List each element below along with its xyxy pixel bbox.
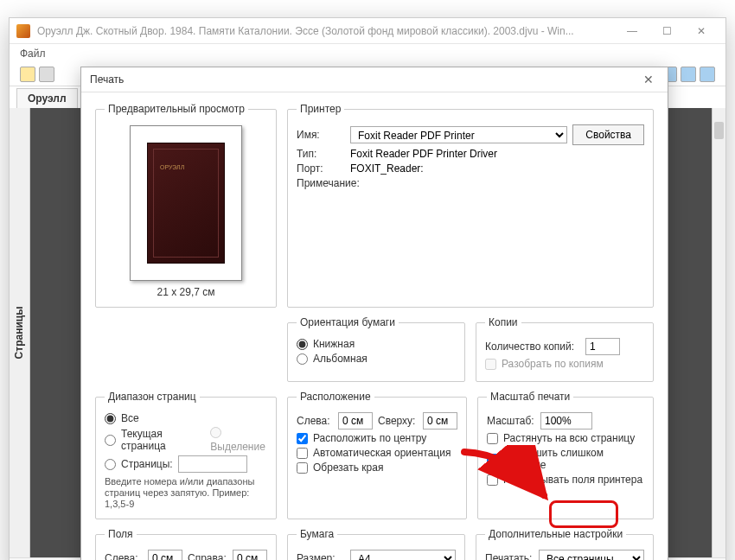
extra-legend: Дополнительные настройки [485,528,626,540]
range-all[interactable]: Все [105,412,267,424]
scale-legend: Масштаб печати [487,391,573,403]
tool-icon-3[interactable] [700,67,715,82]
printer-port-value: FOXIT_Reader: [350,162,424,175]
range-group: Диапазон страниц Все Текущая страница Вы… [95,391,277,519]
paper-group: Бумага Размер:A4 [287,528,465,560]
printer-name-select[interactable]: Foxit Reader PDF Printer [350,126,567,143]
margins-right-input[interactable] [233,550,267,560]
paper-size-select[interactable]: A4 [350,550,456,560]
orientation-landscape[interactable]: Альбомная [297,353,456,365]
preview-page: ОРУЭЛЛ [130,125,242,281]
layout-group: Расположение Слева: Сверху: Расположить … [287,391,467,519]
orientation-legend: Ориентация бумаги [297,316,399,328]
margins-left-input[interactable] [148,550,182,560]
copies-legend: Копии [485,316,521,328]
dialog-title: Печать [90,73,638,86]
margins-group: Поля Слева: Справа: Сверху: Снизу: [95,528,277,560]
dialog-close-icon[interactable]: ✕ [638,73,659,86]
scale-ignore[interactable]: Не учитывать поля принтера [487,474,644,486]
main-titlebar: Оруэлл Дж. Скотный Двор. 1984. Памяти Ка… [10,18,725,44]
scale-input[interactable] [540,412,592,430]
preview-group: Предварительный просмотр ОРУЭЛЛ 21 x 29,… [95,103,277,308]
layout-left-input[interactable] [338,412,373,430]
collate-checkbox: Разобрать по копиям [485,358,644,370]
copies-count-label: Количество копий: [485,340,580,353]
scale-stretch[interactable]: Растянуть на всю страницу [487,432,644,444]
range-hint: Введите номера и/или диапазоны страниц ч… [105,476,267,510]
range-pages-input[interactable] [178,455,247,473]
scale-group: Масштаб печати Масштаб: Растянуть на всю… [477,391,654,519]
range-pages[interactable]: Страницы: [105,455,267,473]
close-button[interactable]: ✕ [684,19,719,43]
window-title: Оруэлл Дж. Скотный Двор. 1984. Памяти Ка… [37,25,615,37]
printer-type-label: Тип: [297,148,345,160]
paper-legend: Бумага [297,528,337,540]
app-icon [16,24,30,38]
scale-shrink[interactable]: Уменьшить слишком большие [487,447,644,471]
minimize-button[interactable]: — [615,19,649,43]
document-tab[interactable]: Оруэлл [16,88,78,108]
menu-bar: Файл [10,44,725,63]
book-cover: ОРУЭЛЛ [147,143,225,264]
open-icon[interactable] [20,67,35,82]
margins-legend: Поля [105,528,137,540]
scroll-thumb[interactable] [714,122,724,139]
menu-file[interactable]: Файл [20,48,46,60]
extra-group: Дополнительные настройки Печатать:Все ст… [476,528,654,560]
range-current[interactable]: Текущая страница Выделение [105,427,267,453]
pages-panel-tab[interactable]: Страницы [10,108,30,557]
copies-count-input[interactable] [585,338,620,355]
orientation-group: Ориентация бумаги Книжная Альбомная [287,316,465,382]
layout-legend: Расположение [297,391,374,403]
layout-top-input[interactable] [423,412,457,430]
printer-legend: Принтер [297,103,344,115]
extra-print-select[interactable]: Все страницы [539,550,644,560]
preview-legend: Предварительный просмотр [105,103,248,115]
vertical-scrollbar[interactable] [712,108,725,557]
tool-icon-2[interactable] [681,67,696,82]
printer-name-label: Имя: [297,129,345,141]
printer-group: Принтер Имя: Foxit Reader PDF Printer Св… [287,103,654,308]
printer-properties-button[interactable]: Свойства [572,124,644,145]
dialog-titlebar: Печать ✕ [81,67,668,92]
copies-group: Копии Количество копий: Разобрать по коп… [476,316,654,382]
range-legend: Диапазон страниц [105,391,200,403]
layout-crop[interactable]: Обрезать края [297,461,457,474]
printer-type-value: Foxit Reader PDF Printer Driver [350,148,497,160]
maximize-button[interactable]: ☐ [649,19,684,43]
preview-dimensions: 21 x 29,7 см [105,286,267,298]
layout-auto[interactable]: Автоматическая ориентация [297,447,457,459]
print-icon[interactable] [39,67,54,82]
print-dialog: Печать ✕ Предварительный просмотр ОРУЭЛЛ… [80,67,668,560]
orientation-portrait[interactable]: Книжная [297,338,456,350]
layout-center[interactable]: Расположить по центру [297,432,457,444]
printer-port-label: Порт: [297,162,345,175]
printer-note-label: Примечание: [297,177,366,189]
